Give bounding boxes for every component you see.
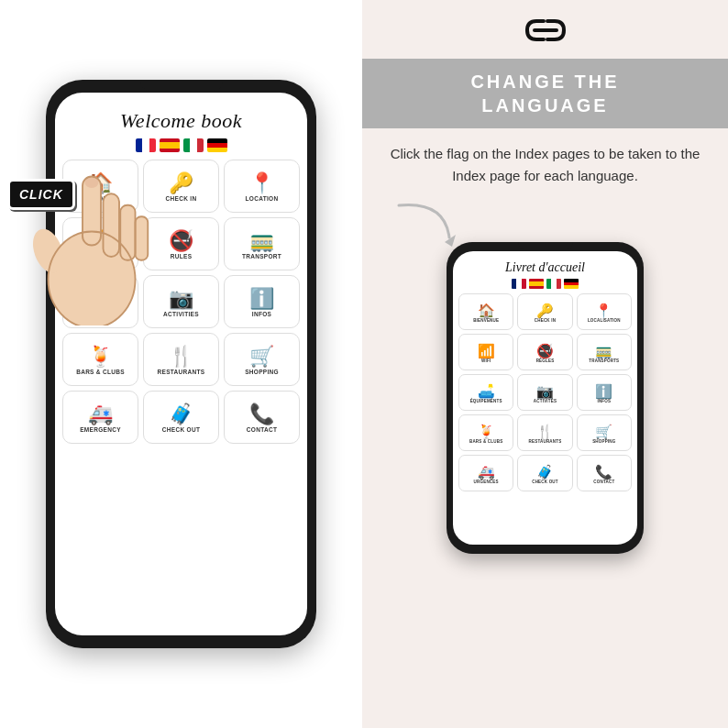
phone-title-right: Livret d'accueil [453,260,637,275]
flag-french[interactable] [136,138,156,152]
flag-german[interactable] [207,138,227,152]
grid-cell-right[interactable]: 🚃 TRANSPORTS [577,334,632,370]
cell-icon: 🚭 [169,231,193,251]
cell-icon: 🔑 [169,173,193,193]
cell-icon: 🛋️ [88,289,113,309]
cell-label-sm: ACTIVITÉS [534,399,557,403]
grid-cell-left[interactable]: 🍴 RESTAURANTS [143,333,219,386]
cell-label: ACTIVITIES [163,311,199,317]
cell-label: CHECK IN [166,195,197,202]
cell-icon: 📷 [169,289,193,309]
grid-right: 🏠 BIENVENUE 🔑 CHECK IN 📍 LOCALISATION 📶 … [453,293,637,491]
grid-cell-right[interactable]: 🍹 BARS & CLUBS [458,414,513,451]
grid-cell-right[interactable]: 📞 CONTACT [577,455,632,491]
grid-cell-right[interactable]: ℹ️ INFOS [577,374,632,411]
grid-cell-right[interactable]: 🛋️ ÉQUIPEMENTS [458,374,513,411]
cell-icon-sm: 🍴 [536,425,554,438]
phone-title-left: Welcome book [55,109,307,133]
cell-label: WIFI [94,253,107,259]
cell-label-sm: CHECK IN [535,318,556,323]
grid-cell-left[interactable]: 🚭 RULES [143,217,219,270]
cell-icon: 📶 [88,231,113,251]
cell-label-sm: LOCALISATION [588,318,621,323]
flag-italian-right[interactable] [546,279,561,289]
cell-icon-sm: 📍 [595,303,612,317]
cell-label: INFOS [252,311,271,317]
cell-icon-sm: ℹ️ [595,384,612,398]
cell-icon-sm: 🧳 [536,465,554,479]
cell-icon-sm: 📶 [478,344,495,358]
flags-row-right [453,279,637,289]
grid-cell-left[interactable]: 🍹 BARS & CLUBS [62,333,138,386]
cell-icon-sm: 🛒 [595,425,612,438]
grid-cell-right[interactable]: 🏠 BIENVENUE [458,293,513,330]
grid-cell-right[interactable]: 🚑 URGENCES [458,455,513,491]
cell-label: AMENITIES [83,311,117,317]
right-panel: CHANGE THE LANGUAGE Click the flag on th… [362,0,728,728]
flag-german-right[interactable] [564,279,579,289]
cell-label-sm: INFOS [597,399,611,403]
cell-label: RULES [171,253,193,259]
grid-cell-left[interactable]: 📶 WIFI [62,217,138,270]
cell-icon: ℹ️ [249,289,274,309]
cell-icon: 🚑 [88,404,113,425]
cell-icon: 🍹 [88,347,113,367]
flag-english[interactable] [512,279,526,289]
cell-label-sm: TRANSPORTS [589,358,619,363]
grid-cell-left[interactable]: 🚑 EMERGENCY [62,391,138,444]
cell-icon-sm: 🔑 [536,303,554,317]
grid-cell-right[interactable]: 📶 WIFI [458,334,513,370]
phone-notch-right [518,242,573,249]
cell-label-sm: ÉQUIPEMENTS [470,399,502,403]
cell-icon: 🚃 [249,231,274,251]
cell-icon-sm: 🛋️ [478,384,495,398]
cell-label: SHOPPING [245,369,279,375]
grid-cell-left[interactable]: 🛋️ AMENITIES [62,275,138,328]
cell-label-sm: BARS & CLUBS [469,439,502,444]
cell-label-sm: WIFI [481,358,491,363]
grid-cell-right[interactable]: 🚭 RÈGLES [517,334,572,370]
cell-label: CHECK OUT [162,426,200,433]
description-text: Click the flag on the Index pages to be … [362,143,728,187]
grid-left: 🏠 COME 🔑 CHECK IN 📍 LOCATION 📶 WIFI 🚭 RU… [55,160,307,444]
grid-cell-right[interactable]: 📍 LOCALISATION [577,293,632,330]
cell-label-sm: URGENCES [474,480,499,484]
grid-cell-right[interactable]: 📷 ACTIVITÉS [517,374,572,411]
phone-screen-right: Livret d'accueil 🏠 BIENVENUE 🔑 CHECK IN … [453,251,637,545]
cell-icon-sm: 🍹 [478,425,495,438]
grid-cell-right[interactable]: 🧳 CHECK OUT [517,455,572,491]
cell-icon-sm: 🏠 [478,303,495,317]
cell-label: CONTACT [247,426,277,433]
flag-spanish[interactable] [160,138,180,152]
grid-cell-right[interactable]: 🛒 SHOPPING [577,414,632,451]
grid-cell-left[interactable]: 🧳 CHECK OUT [143,391,219,444]
grid-cell-left[interactable]: 📞 CONTACT [224,391,300,444]
grid-cell-left[interactable]: 📍 LOCATION [224,160,300,213]
phone-right: Livret d'accueil 🏠 BIENVENUE 🔑 CHECK IN … [447,242,644,554]
cell-label-sm: CONTACT [593,480,614,484]
grid-cell-left[interactable]: 🛒 SHOPPING [224,333,300,386]
cell-icon: 🛒 [249,347,274,367]
grid-cell-left[interactable]: ℹ️ INFOS [224,275,300,328]
cell-icon-sm: 🚃 [595,344,612,358]
link-icon [518,17,573,51]
cell-label: TRANSPORT [242,253,281,259]
cell-label-sm: CHECK OUT [532,480,558,484]
flag-spanish-right[interactable] [529,279,544,289]
cell-icon: 🏠 [88,173,113,193]
phone-screen-left: Welcome book 🏠 COME 🔑 CHECK IN 📍 LOCATIO… [55,93,307,635]
grid-cell-right[interactable]: 🔑 CHECK IN [517,293,572,330]
grid-cell-left[interactable]: 🔑 CHECK IN [143,160,219,213]
phone-notch-left [140,80,223,91]
flag-italian[interactable] [183,138,204,152]
grid-cell-left[interactable]: 📷 ACTIVITIES [143,275,219,328]
cell-icon-sm: 🚑 [478,465,495,479]
cell-icon: 📍 [249,173,274,193]
phone-left: Welcome book 🏠 COME 🔑 CHECK IN 📍 LOCATIO… [46,80,316,648]
cell-label-sm: SHOPPING [592,439,615,444]
grid-cell-left[interactable]: 🚃 TRANSPORT [224,217,300,270]
cell-label: EMERGENCY [80,426,121,433]
cell-label-sm: RESTAURANTS [529,439,562,444]
change-language-title: CHANGE THE LANGUAGE [362,59,728,128]
grid-cell-right[interactable]: 🍴 RESTAURANTS [517,414,572,451]
